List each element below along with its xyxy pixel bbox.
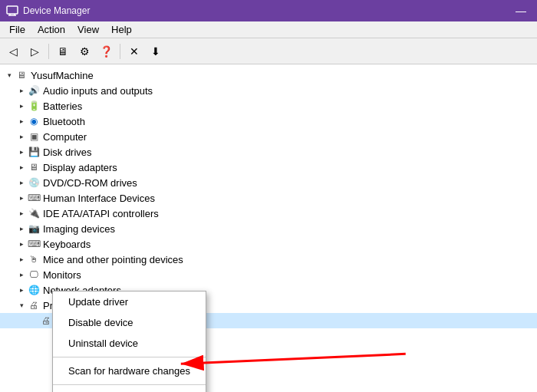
- toolbar-btn-props[interactable]: ⚙: [74, 41, 94, 61]
- toolbar-btn-comp[interactable]: 🖥: [53, 41, 73, 61]
- tree-label-ide: IDE ATA/ATAPI controllers: [43, 208, 159, 219]
- toolbar-btn-forward[interactable]: ▷: [25, 41, 44, 61]
- tree-icon-mice: 🖱: [28, 253, 40, 265]
- tree-item-dvd[interactable]: 💿DVD/CD-ROM drives: [0, 175, 537, 190]
- tree-label-display: Display adapters: [43, 162, 117, 173]
- app-icon: [6, 5, 18, 17]
- toolbar-btn-help2[interactable]: ❓: [96, 41, 116, 61]
- toolbar-btn-scan2[interactable]: ⬇: [146, 41, 166, 61]
- tree-expander-disk[interactable]: [15, 146, 28, 158]
- tree-icon-print: 🖨: [28, 299, 40, 311]
- tree-icon-bluetooth: ◉: [28, 115, 40, 127]
- tree-expander-dvd[interactable]: [15, 176, 28, 189]
- tree-icon-imaging: 📷: [28, 222, 40, 235]
- tree-expander-imaging[interactable]: [15, 222, 28, 235]
- tree-label-monitors: Monitors: [43, 269, 81, 281]
- tree-icon-monitors: 🖵: [28, 268, 40, 281]
- tree-label-dvd: DVD/CD-ROM drives: [43, 177, 137, 189]
- context-menu-divider: [53, 357, 206, 357]
- tree-item-display[interactable]: 🖥Display adapters: [0, 160, 537, 175]
- tree-label-imaging: Imaging devices: [43, 223, 115, 235]
- tree-icon-display: 🖥: [28, 161, 40, 173]
- tree-icon-network: 🌐: [28, 284, 40, 296]
- tree-expander-bluetooth[interactable]: [15, 115, 28, 127]
- tree-icon-dvd: 💿: [28, 176, 40, 189]
- menu-item-view[interactable]: View: [71, 22, 105, 37]
- tree-item-imaging[interactable]: 📷Imaging devices: [0, 221, 537, 236]
- tree-icon-audio: 🔊: [28, 84, 40, 97]
- tree-label-root: YusufMachine: [31, 70, 94, 81]
- tree-item-keyboard[interactable]: ⌨Keyboards: [0, 236, 537, 252]
- tree-item-batteries[interactable]: 🔋Batteries: [0, 98, 537, 114]
- context-menu: Update driverDisable deviceUninstall dev…: [52, 291, 206, 392]
- tree-item-hid[interactable]: ⌨Human Interface Devices: [0, 190, 537, 206]
- tree-item-mice[interactable]: 🖱Mice and other pointing devices: [0, 252, 537, 267]
- tree-icon-root: 🖥: [15, 69, 28, 81]
- context-menu-item-uninstall[interactable]: Uninstall device: [53, 333, 206, 354]
- menu-item-action[interactable]: Action: [31, 22, 71, 37]
- tree-expander-display[interactable]: [15, 161, 28, 173]
- tree-expander-monitors[interactable]: [15, 268, 28, 281]
- tree-label-computer: Computer: [43, 131, 87, 143]
- toolbar-btn-back[interactable]: ◁: [3, 41, 23, 61]
- tree-expander-print[interactable]: [15, 299, 28, 311]
- tree-item-audio[interactable]: 🔊Audio inputs and outputs: [0, 83, 537, 98]
- tree-expander-audio[interactable]: [15, 84, 28, 97]
- tree-item-monitors[interactable]: 🖵Monitors: [0, 267, 537, 282]
- tree-expander-hid[interactable]: [15, 192, 28, 204]
- tree-expander-computer[interactable]: [15, 130, 28, 143]
- tree-expander-network[interactable]: [15, 284, 28, 296]
- title-bar: Device Manager —: [0, 0, 537, 21]
- svg-rect-0: [7, 6, 18, 14]
- tree-expander-root[interactable]: [3, 69, 15, 81]
- tree-icon-hid: ⌨: [28, 192, 40, 204]
- tree-item-ide[interactable]: 🔌IDE ATA/ATAPI controllers: [0, 206, 537, 221]
- tree-label-mice: Mice and other pointing devices: [43, 254, 183, 265]
- title-bar-controls: —: [511, 5, 531, 17]
- toolbar: ◁▷🖥⚙❓✕⬇: [0, 38, 537, 64]
- tree-item-computer[interactable]: ▣Computer: [0, 129, 537, 144]
- minimize-button[interactable]: —: [511, 5, 531, 17]
- context-menu-item-update[interactable]: Update driver: [53, 292, 206, 312]
- tree-expander-batteries[interactable]: [15, 100, 28, 112]
- context-menu-item-scan[interactable]: Scan for hardware changes: [53, 361, 206, 381]
- toolbar-btn-uninst[interactable]: ✕: [124, 41, 144, 61]
- tree-label-bluetooth: Bluetooth: [43, 116, 85, 127]
- tree-expander-mice[interactable]: [15, 253, 28, 265]
- tree-item-disk[interactable]: 💾Disk drives: [0, 144, 537, 160]
- tree-icon-disk: 💾: [28, 146, 40, 158]
- menu-bar: FileActionViewHelp: [0, 21, 537, 38]
- menu-item-help[interactable]: Help: [105, 22, 138, 37]
- tree-icon-batteries: 🔋: [28, 100, 40, 112]
- title-bar-left: Device Manager: [6, 5, 90, 17]
- tree-label-keyboard: Keyboards: [43, 239, 91, 250]
- tree-label-disk: Disk drives: [43, 147, 92, 158]
- context-menu-item-properties[interactable]: Properties: [53, 388, 206, 392]
- tree-icon-keyboard: ⌨: [28, 238, 40, 250]
- context-menu-divider: [53, 384, 206, 385]
- tree-expander-keyboard[interactable]: [15, 238, 28, 250]
- context-menu-item-disable[interactable]: Disable device: [53, 312, 206, 333]
- tree-icon-computer: ▣: [28, 130, 40, 143]
- menu-item-file[interactable]: File: [3, 22, 31, 37]
- toolbar-separator: [120, 44, 120, 59]
- tree-label-audio: Audio inputs and outputs: [43, 85, 153, 97]
- tree-label-batteries: Batteries: [43, 100, 82, 112]
- tree-item-root[interactable]: 🖥YusufMachine: [0, 68, 537, 83]
- tree-expander-ide[interactable]: [15, 207, 28, 219]
- main-content: 🖥YusufMachine🔊Audio inputs and outputs🔋B…: [0, 64, 537, 392]
- tree-icon-ide: 🔌: [28, 207, 40, 219]
- window-title: Device Manager: [23, 5, 90, 16]
- tree-item-bluetooth[interactable]: ◉Bluetooth: [0, 114, 537, 129]
- tree-label-hid: Human Interface Devices: [43, 193, 155, 204]
- tree-icon-printchild: 🖨: [40, 315, 52, 327]
- toolbar-separator: [48, 44, 49, 59]
